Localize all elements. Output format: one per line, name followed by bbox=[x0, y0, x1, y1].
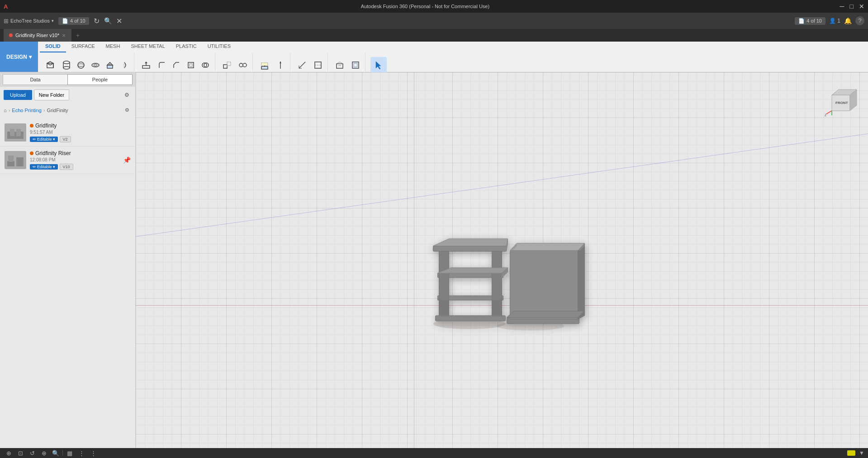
tab-spacer bbox=[84, 29, 868, 42]
construct-offset-plane-tool[interactable] bbox=[256, 57, 273, 73]
workspace-name: EchoTree Studios bbox=[10, 18, 50, 24]
breadcrumb-separator-2: › bbox=[43, 108, 45, 113]
close-button[interactable]: ✕ bbox=[859, 3, 864, 10]
status-display-icon[interactable]: ⋮ bbox=[76, 448, 86, 458]
assemble-new-component-tool[interactable] bbox=[219, 57, 235, 73]
file-time-gridfinity-riser: 12:08:08 PM bbox=[30, 157, 119, 162]
assemble-joint-tool[interactable] bbox=[236, 59, 250, 71]
statusbar-arrow-icon[interactable]: ▼ bbox=[859, 450, 864, 456]
badge-editable-riser[interactable]: ✏ Editable ▾ bbox=[30, 164, 58, 170]
tab-solid[interactable]: SOLID bbox=[40, 42, 66, 52]
file-pin-icon[interactable]: 📌 bbox=[123, 156, 131, 164]
badge-arrow-icon: ▾ bbox=[53, 137, 55, 142]
close-panel-button[interactable]: ✕ bbox=[116, 17, 122, 25]
create-cylinder-tool[interactable] bbox=[60, 59, 73, 71]
viewport[interactable]: FRONT Z bbox=[136, 72, 868, 448]
tab-label: Gridfinity Riser v10* bbox=[15, 33, 59, 38]
inspect-measure-tool[interactable] bbox=[294, 57, 310, 73]
design-button[interactable]: DESIGN ▾ bbox=[0, 42, 38, 72]
svg-point-9 bbox=[92, 63, 99, 67]
tab-sheet-metal[interactable]: SHEET METAL bbox=[125, 42, 170, 52]
create-torus-tool[interactable] bbox=[89, 59, 102, 71]
svg-rect-50 bbox=[16, 157, 24, 166]
sidebar-tab-people[interactable]: People bbox=[67, 74, 133, 85]
tab-plastic[interactable]: PLASTIC bbox=[171, 42, 202, 52]
minimize-button[interactable]: ─ bbox=[840, 3, 844, 10]
file-doc-count[interactable]: 📄 4 of 10 bbox=[58, 17, 89, 25]
tab-utilities[interactable]: UTILITIES bbox=[202, 42, 236, 52]
sidebar-tab-data[interactable]: Data bbox=[3, 74, 67, 85]
maximize-button[interactable]: □ bbox=[850, 3, 854, 10]
badge-arrow-icon-riser: ▾ bbox=[53, 165, 55, 169]
construct-axis-tool[interactable] bbox=[274, 59, 287, 71]
modify-combine-tool[interactable] bbox=[199, 59, 212, 71]
file-name-gridfinity-riser: Gridfinity Riser bbox=[30, 150, 119, 156]
svg-rect-23 bbox=[227, 62, 231, 66]
doc-count-label: 4 of 10 bbox=[70, 18, 85, 24]
svg-point-25 bbox=[239, 63, 243, 67]
bell-icon[interactable]: 🔔 bbox=[844, 17, 852, 24]
search-button[interactable]: 🔍 bbox=[104, 17, 112, 24]
tab-doc-count[interactable]: 📄 4 of 10 bbox=[795, 17, 825, 25]
tab-surface[interactable]: SURFACE bbox=[66, 42, 100, 52]
svg-line-76 bbox=[826, 111, 832, 114]
help-icon[interactable]: ? bbox=[855, 16, 864, 25]
svg-marker-61 bbox=[433, 239, 508, 246]
svg-rect-49 bbox=[8, 156, 14, 162]
status-look-at-icon[interactable]: ⊡ bbox=[15, 448, 25, 458]
svg-point-8 bbox=[78, 64, 84, 66]
tab-close-icon[interactable]: ✕ bbox=[62, 33, 66, 38]
status-visual-style-icon[interactable]: ⋮ bbox=[88, 448, 98, 458]
new-folder-button[interactable]: New Folder bbox=[34, 90, 69, 100]
svg-marker-32 bbox=[280, 61, 281, 63]
cube-navigator[interactable]: FRONT Z bbox=[823, 81, 859, 118]
toolbar: DESIGN ▾ SOLID SURFACE MESH SHEET METAL … bbox=[0, 42, 868, 72]
statusbar-highlight bbox=[847, 450, 855, 456]
sidebar-settings-icon[interactable]: ⚙ bbox=[122, 90, 132, 100]
badge-version-riser[interactable]: V10 bbox=[60, 164, 73, 170]
create-revolve-tool[interactable] bbox=[118, 59, 131, 71]
badge-editable-gridfinity[interactable]: ✏ Editable ▾ bbox=[30, 137, 58, 142]
modify-chamfer-tool[interactable] bbox=[170, 59, 183, 71]
titlebar-text: Autodesk Fusion 360 (Personal - Not for … bbox=[10, 4, 840, 9]
svg-rect-66 bbox=[510, 250, 578, 319]
workspace-selector[interactable]: ⊞ EchoTree Studios ▾ bbox=[4, 18, 54, 24]
status-orbit-icon[interactable]: ↺ bbox=[27, 448, 37, 458]
tab-add-button[interactable]: ＋ bbox=[71, 29, 84, 42]
doc-management: 📄 4 of 10 👤 1 🔔 ? bbox=[795, 16, 864, 25]
status-pan-icon[interactable]: ⊕ bbox=[4, 448, 14, 458]
statusbar-tools: ⊕ ⊡ ↺ ⊕ 🔍 ▦ ⋮ ⋮ bbox=[4, 448, 844, 458]
objects-container bbox=[390, 193, 593, 328]
inspect-section-analysis-tool[interactable] bbox=[311, 59, 325, 71]
modify-shell-tool[interactable] bbox=[184, 59, 198, 71]
breadcrumb-settings-icon[interactable]: ⚙ bbox=[123, 105, 132, 115]
create-box-tool[interactable] bbox=[43, 57, 59, 73]
modify-fillet-tool[interactable] bbox=[155, 59, 169, 71]
file-item-gridfinity[interactable]: Gridfinity 9:51:57 AM ✏ Editable ▾ V2 bbox=[0, 119, 135, 146]
svg-marker-69 bbox=[507, 311, 584, 317]
insert-canvas-tool[interactable] bbox=[349, 59, 362, 71]
breadcrumb-echo-printing[interactable]: Echo Printing bbox=[12, 108, 41, 113]
status-grid-icon[interactable]: ▦ bbox=[65, 448, 75, 458]
svg-marker-45 bbox=[7, 128, 24, 132]
status-zoom-icon[interactable]: 🔍 bbox=[51, 448, 61, 458]
refresh-button[interactable]: ↻ bbox=[94, 17, 100, 25]
badge-version-gridfinity[interactable]: V2 bbox=[60, 136, 71, 142]
svg-line-33 bbox=[299, 62, 305, 68]
tab-gridfinity-riser[interactable]: Gridfinity Riser v10* ✕ bbox=[4, 29, 71, 42]
svg-point-3 bbox=[63, 61, 70, 64]
modify-press-pull-tool[interactable] bbox=[138, 57, 154, 73]
user-count-icon[interactable]: 👤 1 bbox=[829, 18, 840, 24]
home-icon[interactable]: ⌂ bbox=[4, 108, 7, 113]
tab-mesh[interactable]: MESH bbox=[100, 42, 126, 52]
upload-button[interactable]: Upload bbox=[4, 90, 32, 100]
select-tool[interactable] bbox=[370, 57, 387, 73]
create-extrude-tool[interactable] bbox=[103, 59, 117, 71]
file-item-gridfinity-riser[interactable]: Gridfinity Riser 12:08:08 PM ✏ Editable … bbox=[0, 146, 135, 174]
svg-marker-68 bbox=[510, 243, 584, 250]
3d-models-svg bbox=[390, 193, 593, 337]
create-sphere-tool[interactable] bbox=[74, 59, 88, 71]
svg-text:Z: Z bbox=[825, 113, 827, 117]
insert-decal-tool[interactable] bbox=[332, 57, 348, 73]
status-zoom-fit-icon[interactable]: ⊕ bbox=[39, 448, 49, 458]
